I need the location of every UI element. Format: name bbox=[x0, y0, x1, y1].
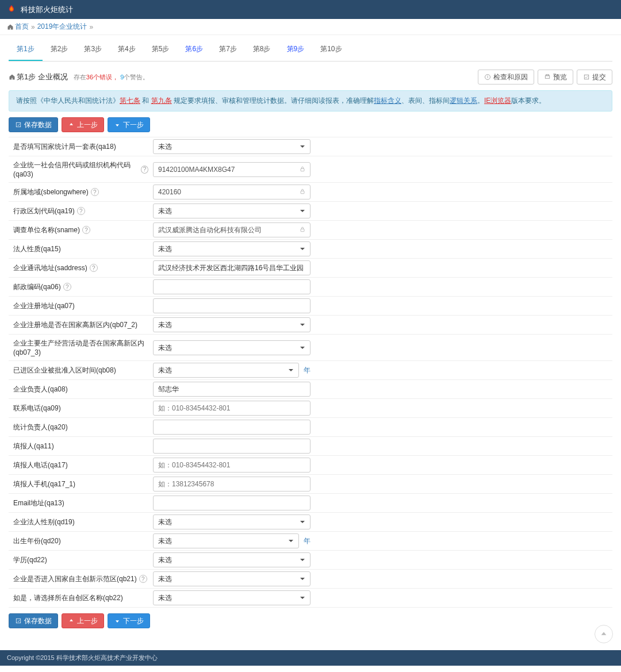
next-button[interactable]: 下一步 bbox=[108, 613, 150, 628]
select-qd22[interactable]: 未选 bbox=[153, 552, 310, 567]
svg-rect-3 bbox=[546, 75, 549, 76]
home-icon bbox=[7, 24, 14, 30]
input-saddress[interactable] bbox=[153, 260, 310, 275]
breadcrumb: 首页 » 2019年企业统计 » bbox=[0, 19, 621, 35]
form-row-qa03: 企业统一社会信用代码或组织机构代码(qa03)? bbox=[9, 156, 612, 182]
tab-step-2[interactable]: 第2步 bbox=[43, 39, 76, 61]
input-qa11[interactable] bbox=[153, 439, 310, 454]
label-qb07_2: 企业注册地是否在国家高新区内(qb07_2) bbox=[9, 316, 153, 334]
select-qd19[interactable]: 未选 bbox=[153, 514, 310, 529]
svg-rect-2 bbox=[545, 76, 550, 79]
help-icon[interactable]: ? bbox=[91, 188, 99, 196]
select-qb21[interactable]: 未选 bbox=[153, 571, 310, 586]
svg-text:i: i bbox=[487, 75, 488, 79]
form-row-qa06: 邮政编码(qa06)? bbox=[9, 277, 612, 296]
label-qa15: 法人性质(qa15) bbox=[9, 240, 153, 258]
form-row-qa08: 企业负责人(qa08) bbox=[9, 379, 612, 398]
ie-link[interactable]: IE浏览器 bbox=[484, 97, 511, 105]
help-icon[interactable]: ? bbox=[90, 264, 98, 272]
select-qb08[interactable]: 未选 bbox=[153, 363, 299, 378]
form-row-qd22: 学历(qd22)未选 bbox=[9, 550, 612, 569]
lock-icon bbox=[299, 188, 306, 197]
input-qa17[interactable] bbox=[153, 458, 310, 473]
arrow-up-icon bbox=[68, 617, 75, 624]
input-sname bbox=[153, 222, 310, 237]
app-title: 科技部火炬统计 bbox=[21, 5, 73, 15]
save-button[interactable]: 保存数据 bbox=[9, 117, 58, 132]
law-link-7[interactable]: 第七条 bbox=[120, 97, 140, 105]
logic-link[interactable]: 逻辑关系 bbox=[450, 97, 477, 105]
suffix-qb08: 年 bbox=[304, 366, 310, 375]
tab-step-9[interactable]: 第9步 bbox=[279, 39, 313, 61]
section-header: 第1步 企业概况 存在36个错误， 9个警告。 i检查和原因 预览 提交 bbox=[9, 62, 612, 90]
help-icon[interactable]: ? bbox=[141, 166, 148, 174]
preview-button[interactable]: 预览 bbox=[538, 70, 573, 85]
form-row-qd19: 企业法人性别(qd19)未选 bbox=[9, 512, 612, 531]
tab-step-5[interactable]: 第5步 bbox=[144, 39, 178, 61]
svg-rect-9 bbox=[16, 619, 21, 623]
input-qa09[interactable] bbox=[153, 401, 310, 416]
form-row-qd20: 出生年份(qd20)未选年 bbox=[9, 531, 612, 550]
form-row-qa18: 是否填写国家统计局一套表(qa18)未选 bbox=[9, 137, 612, 156]
tab-step-8[interactable]: 第8步 bbox=[245, 39, 279, 61]
form-row-qa17: 填报人电话(qa17) bbox=[9, 455, 612, 474]
tab-step-1[interactable]: 第1步 bbox=[9, 39, 43, 61]
select-qb07_3[interactable]: 未选 bbox=[153, 340, 310, 355]
section-stats: 存在36个错误， 9个警告。 bbox=[74, 73, 149, 82]
step-tabs: 第1步第2步第3步第4步第5步第6步第7步第8步第9步第10步 bbox=[9, 39, 612, 62]
help-icon[interactable]: ? bbox=[82, 226, 90, 234]
form-row-qb07_3: 企业主要生产经营活动是否在国家高新区内(qb07_3)未选 bbox=[9, 334, 612, 360]
select-qa15[interactable]: 未选 bbox=[153, 241, 310, 256]
arrow-down-icon bbox=[114, 617, 121, 624]
form: 是否填写国家统计局一套表(qa18)未选企业统一社会信用代码或组织机构代码(qa… bbox=[9, 137, 612, 608]
select-qb22[interactable]: 未选 bbox=[153, 590, 310, 605]
save-icon bbox=[15, 121, 22, 128]
help-icon[interactable]: ? bbox=[77, 207, 85, 215]
select-qd20[interactable]: 未选 bbox=[153, 533, 299, 548]
form-row-qb22: 如是，请选择所在自创区名称(qb22)未选 bbox=[9, 588, 612, 608]
form-row-qb21: 企业是否进入国家自主创新示范区(qb21)?未选 bbox=[9, 569, 612, 588]
svg-rect-8 bbox=[301, 229, 304, 232]
input-qa06[interactable] bbox=[153, 279, 310, 294]
label-qb07_3: 企业主要生产经营活动是否在国家高新区内(qb07_3) bbox=[9, 335, 153, 360]
input-qa17_1[interactable] bbox=[153, 477, 310, 491]
torch-icon bbox=[6, 4, 17, 16]
input-qa07[interactable] bbox=[153, 298, 310, 313]
label-qa20: 统计负责人(qa20) bbox=[9, 418, 153, 436]
form-row-qa07: 企业注册地址(qa07) bbox=[9, 296, 612, 315]
input-qa13[interactable] bbox=[153, 496, 310, 510]
input-qa20[interactable] bbox=[153, 420, 310, 435]
prev-button[interactable]: 上一步 bbox=[62, 613, 104, 628]
breadcrumb-home[interactable]: 首页 bbox=[15, 22, 29, 32]
tab-step-7[interactable]: 第7步 bbox=[211, 39, 245, 61]
submit-icon bbox=[583, 74, 590, 80]
form-row-qb07_2: 企业注册地是否在国家高新区内(qb07_2)未选 bbox=[9, 315, 612, 334]
tab-step-3[interactable]: 第3步 bbox=[76, 39, 110, 61]
select-qa18[interactable]: 未选 bbox=[153, 139, 310, 154]
select-qb07_2[interactable]: 未选 bbox=[153, 317, 310, 332]
form-row-qb08: 已进区企业被批准入区时间(qb08)未选年 bbox=[9, 360, 612, 379]
scroll-top-button[interactable] bbox=[595, 625, 613, 643]
label-qa19: 行政区划代码(qa19)? bbox=[9, 202, 153, 220]
input-qa08[interactable] bbox=[153, 382, 310, 397]
check-button[interactable]: i检查和原因 bbox=[478, 70, 534, 85]
indicator-link[interactable]: 指标含义 bbox=[374, 97, 401, 105]
next-button[interactable]: 下一步 bbox=[108, 117, 150, 132]
save-button[interactable]: 保存数据 bbox=[9, 613, 58, 628]
label-qa13: Email地址(qa13) bbox=[9, 494, 153, 512]
tab-step-4[interactable]: 第4步 bbox=[110, 39, 144, 61]
help-icon[interactable]: ? bbox=[63, 283, 71, 291]
tab-step-6[interactable]: 第6步 bbox=[177, 39, 211, 61]
tab-step-10[interactable]: 第10步 bbox=[312, 39, 350, 61]
home-icon bbox=[9, 74, 16, 80]
button-bar-top: 保存数据 上一步 下一步 bbox=[9, 117, 612, 132]
submit-button[interactable]: 提交 bbox=[577, 70, 612, 85]
breadcrumb-lvl1[interactable]: 2019年企业统计 bbox=[37, 22, 87, 32]
select-qa19[interactable]: 未选 bbox=[153, 203, 310, 218]
prev-button[interactable]: 上一步 bbox=[62, 117, 104, 132]
section-name: 企业概况 bbox=[38, 72, 68, 82]
law-link-9[interactable]: 第九条 bbox=[151, 97, 172, 105]
help-icon[interactable]: ? bbox=[139, 575, 147, 583]
label-qa07: 企业注册地址(qa07) bbox=[9, 297, 153, 315]
footer: Copyright ©2015 科学技术部火炬高技术产业开发中心 bbox=[0, 650, 621, 666]
